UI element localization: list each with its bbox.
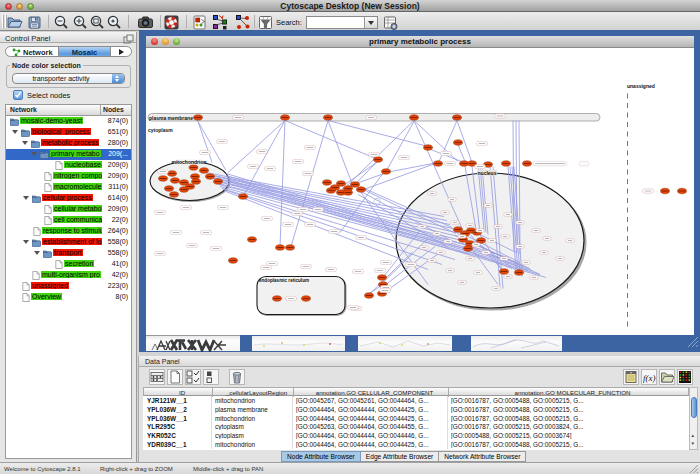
svg-text:endoplasmic reticulum: endoplasmic reticulum xyxy=(259,277,309,282)
svg-text:unassigned: unassigned xyxy=(627,82,655,88)
svg-text:cytoplasm: cytoplasm xyxy=(148,126,173,132)
svg-text:f(x): f(x) xyxy=(643,373,656,383)
svg-text:plasma membrane: plasma membrane xyxy=(149,114,193,120)
svg-text:mitochondrion: mitochondrion xyxy=(172,159,207,165)
svg-text:nucleus: nucleus xyxy=(478,169,497,175)
